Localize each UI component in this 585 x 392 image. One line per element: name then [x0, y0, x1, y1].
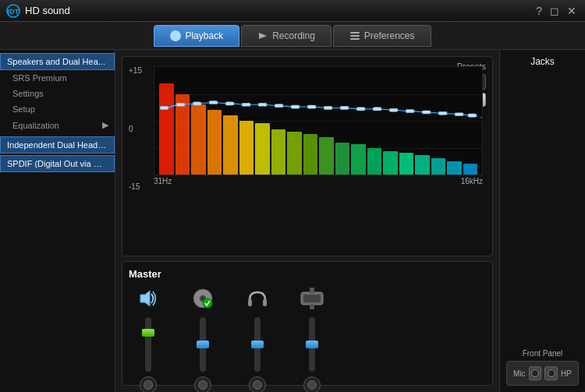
cd-fader-track	[200, 317, 206, 372]
svg-rect-10	[248, 299, 252, 306]
tab-playback-label: Playback	[185, 30, 223, 41]
eq-chart-area	[154, 66, 483, 175]
eq-y-labels: +15 0 -15	[129, 66, 152, 191]
eq-handle-3[interactable]	[210, 101, 218, 104]
eq-handle-8[interactable]	[292, 105, 300, 108]
tab-recording[interactable]: Recording	[241, 25, 332, 47]
help-button[interactable]: ?	[534, 5, 544, 17]
device-fader-track	[309, 317, 315, 372]
eq-handle-17[interactable]	[439, 111, 447, 115]
jacks-panel: Jacks Front Panel Mic HP	[499, 50, 585, 392]
master-fader-handle[interactable]	[142, 329, 154, 337]
playback-tab-icon	[170, 30, 181, 41]
eq-freq-labels: 31Hz 16kHz	[154, 177, 483, 191]
front-panel-section: Front Panel Mic HP	[506, 349, 579, 386]
cd-mute-button[interactable]	[194, 376, 211, 392]
eq-handle-4[interactable]	[226, 102, 234, 105]
svg-point-9	[203, 298, 212, 308]
equalizer-panel: Presets Custom Flat Rock Pop Jazz Save +…	[122, 56, 493, 256]
tab-preferences[interactable]: Preferences	[333, 25, 431, 47]
mixer-channels: Mute	[129, 284, 486, 392]
svg-rect-15	[310, 304, 314, 309]
hp-jack[interactable]	[544, 366, 558, 380]
eq-handle-0[interactable]	[161, 106, 168, 109]
master-icon	[134, 284, 162, 313]
mixer-channel-device: Mute	[292, 284, 332, 392]
mixer-title: Master	[129, 268, 486, 280]
svg-rect-3	[350, 35, 360, 37]
svg-marker-5	[140, 291, 150, 306]
eq-label-center: 0	[129, 125, 152, 133]
device-fader-handle[interactable]	[306, 341, 318, 348]
close-button[interactable]: ✕	[565, 5, 579, 17]
eq-handle-15[interactable]	[406, 110, 414, 113]
sidebar-item-independent[interactable]: Independent Dual Headp...	[0, 136, 115, 154]
headphones-fader-handle[interactable]	[251, 341, 264, 348]
content-area: Presets Custom Flat Rock Pop Jazz Save +…	[115, 50, 499, 392]
front-panel-jacks: Mic HP	[506, 361, 579, 386]
device-icon	[298, 284, 326, 313]
eq-handle-9[interactable]	[308, 105, 316, 108]
mixer-channel-headphones: Mute	[238, 284, 277, 392]
sidebar-item-spdif[interactable]: SPDIF (Digital Out via HP...	[0, 155, 115, 172]
eq-curve-svg	[154, 67, 482, 175]
sidebar-item-srs[interactable]: SRS Premium	[0, 70, 115, 86]
sidebar-item-setup[interactable]: Setup	[0, 101, 115, 117]
svg-rect-13	[303, 295, 321, 302]
eq-handle-5[interactable]	[243, 103, 250, 106]
eq-freq-high: 16kHz	[461, 177, 483, 191]
titlebar: IDT HD sound ? ◻ ✕	[0, 0, 585, 22]
sidebar-item-speakers[interactable]: Speakers and Dual Hea...	[0, 53, 115, 70]
cd-icon	[189, 284, 217, 313]
cd-fader-handle[interactable]	[197, 341, 209, 348]
master-fader-track	[145, 317, 151, 372]
svg-rect-14	[310, 288, 314, 293]
mixer-panel: Master Mute	[122, 261, 493, 386]
eq-handle-6[interactable]	[259, 103, 267, 106]
brand-logo: IDT	[6, 4, 22, 18]
eq-handle-18[interactable]	[456, 113, 463, 116]
eq-handle-12[interactable]	[357, 108, 365, 111]
tab-playback[interactable]: Playback	[154, 25, 239, 47]
svg-rect-2	[350, 32, 360, 34]
svg-point-8	[202, 298, 204, 300]
sidebar-item-eq[interactable]: Equalization ▶	[0, 117, 115, 133]
eq-handle-1[interactable]	[177, 103, 185, 106]
svg-rect-4	[350, 38, 360, 40]
device-mute-button[interactable]	[303, 376, 321, 392]
main-area: Speakers and Dual Hea... SRS Premium Set…	[0, 50, 585, 392]
master-mute-button[interactable]	[140, 376, 157, 392]
eq-handle-13[interactable]	[374, 108, 381, 111]
svg-rect-11	[263, 299, 267, 306]
headphones-fader-track	[254, 317, 261, 372]
svg-text:IDT: IDT	[8, 8, 20, 16]
mic-jack[interactable]	[529, 366, 542, 380]
mic-label: Mic	[513, 369, 526, 378]
recording-tab-icon	[257, 30, 268, 41]
eq-handle-19[interactable]	[468, 114, 476, 117]
eq-label: Equalization	[12, 121, 59, 130]
restore-button[interactable]: ◻	[548, 5, 562, 17]
jacks-title: Jacks	[506, 56, 579, 67]
sidebar: Speakers and Dual Hea... SRS Premium Set…	[0, 50, 115, 392]
preferences-tab-icon	[349, 30, 360, 41]
sidebar-item-settings[interactable]: Settings	[0, 86, 115, 101]
eq-label-bottom: -15	[129, 182, 152, 191]
headphones-icon	[243, 284, 271, 313]
eq-handle-11[interactable]	[341, 106, 349, 109]
hp-label: HP	[561, 369, 572, 378]
mixer-channel-cd: Mute	[183, 284, 222, 392]
eq-handle-10[interactable]	[324, 106, 332, 109]
headphones-mute-button[interactable]	[249, 376, 266, 392]
tab-bar: Playback Recording Preferences	[0, 22, 585, 50]
eq-handle-16[interactable]	[423, 111, 431, 114]
eq-handle-14[interactable]	[390, 108, 398, 111]
tab-preferences-label: Preferences	[364, 30, 415, 41]
eq-handle-2[interactable]	[193, 102, 201, 105]
expand-arrow-icon: ▶	[102, 120, 108, 130]
app-title: HD sound	[25, 5, 534, 16]
eq-label-top: +15	[129, 66, 152, 75]
eq-handle-7[interactable]	[275, 104, 283, 108]
eq-freq-low: 31Hz	[154, 177, 172, 191]
eq-canvas: +15 0 -15	[129, 66, 486, 191]
